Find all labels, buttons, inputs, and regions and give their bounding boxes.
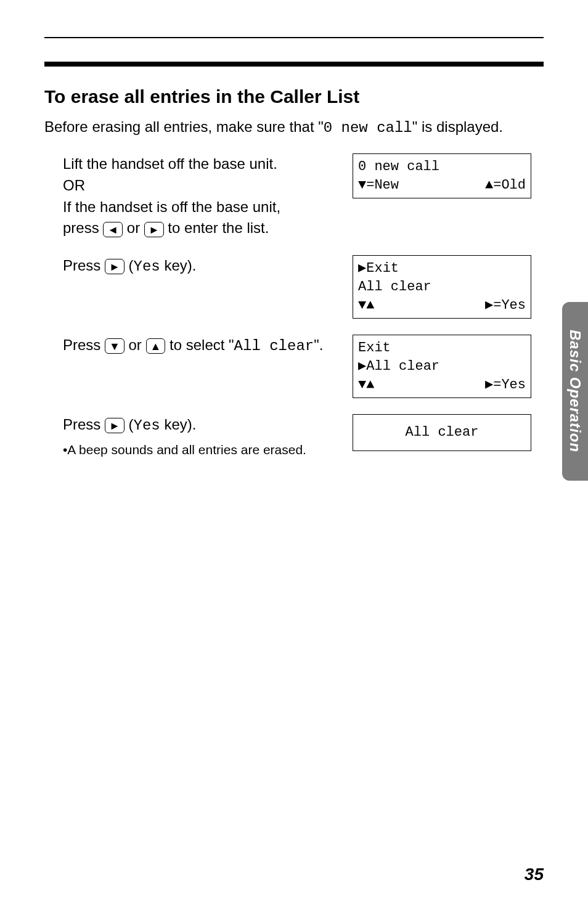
step-1-line4b: or [123, 219, 144, 236]
step-2: Press ► (Yes key). ▶Exit All clear ▼▲ ▶=… [44, 255, 544, 319]
step-3a: Press [63, 336, 105, 353]
lcd-3-wrapper: Exit ▶All clear ▼▲ ▶=Yes [353, 335, 531, 398]
lcd3-line2: ▶All clear [358, 357, 526, 376]
lcd1-left: ▼=New [358, 176, 399, 195]
step-1-line4: press ◄ or ► to enter the list. [63, 218, 340, 239]
lcd-display-3: Exit ▶All clear ▼▲ ▶=Yes [353, 335, 531, 398]
step-3-text: Press ▼ or ▲ to select "All clear". [44, 335, 340, 357]
step-4b: ( [125, 416, 134, 433]
lcd-1-wrapper: 0 new call ▼=New ▲=Old [353, 153, 531, 198]
lcd3-line1: Exit [358, 339, 526, 357]
step-1-line2: OR [63, 175, 340, 197]
lcd3-right: ▶=Yes [485, 376, 526, 394]
right-key-icon-2: ► [105, 259, 125, 274]
intro-suffix: " is displayed. [412, 118, 503, 135]
step-1: Lift the handset off the base unit. OR I… [44, 153, 544, 239]
lcd3-row3: ▼▲ ▶=Yes [358, 376, 526, 394]
lcd-2-wrapper: ▶Exit All clear ▼▲ ▶=Yes [353, 255, 531, 319]
down-key-icon: ▼ [105, 338, 125, 354]
step-1-line4a: press [63, 219, 103, 236]
left-key-icon: ◄ [103, 222, 123, 237]
step-2a: Press [63, 257, 105, 274]
right-key-icon: ► [144, 222, 164, 237]
content-area: To erase all entries in the Caller List … [44, 86, 544, 476]
step-3c: to select " [165, 336, 234, 353]
step-2-code: Yes [134, 258, 160, 275]
step-2c: key). [160, 257, 197, 274]
lcd2-left: ▼▲ [358, 296, 374, 315]
lcd1-line1: 0 new call [358, 158, 526, 176]
lcd2-right: ▶=Yes [485, 296, 526, 315]
right-key-icon-3: ► [105, 418, 125, 433]
lcd-display-4: All clear [353, 414, 531, 451]
intro-code: 0 new call [324, 120, 412, 136]
rule-thin [44, 37, 544, 38]
step-4c: key). [160, 416, 197, 433]
step-1-line1: Lift the handset off the base unit. [63, 153, 340, 175]
rule-thick [44, 62, 544, 67]
step-1-line4c: to enter the list. [164, 219, 269, 236]
step-3-code: All clear [234, 338, 314, 354]
section-heading: To erase all entries in the Caller List [44, 86, 544, 107]
step-4-text: Press ► (Yes key). •A beep sounds and al… [44, 414, 340, 459]
step-3b: or [125, 336, 146, 353]
step-3d: ". [314, 336, 323, 353]
lcd1-row2: ▼=New ▲=Old [358, 176, 526, 195]
page-number: 35 [525, 865, 544, 884]
side-tab-label: Basic Operation [566, 330, 584, 452]
step-3: Press ▼ or ▲ to select "All clear". Exit… [44, 335, 544, 398]
step-1-text: Lift the handset off the base unit. OR I… [44, 153, 340, 239]
intro-prefix: Before erasing all entries, make sure th… [44, 118, 324, 135]
lcd4-line1: All clear [358, 423, 526, 442]
lcd-display-2: ▶Exit All clear ▼▲ ▶=Yes [353, 255, 531, 319]
step-4-code: Yes [134, 417, 160, 434]
step-4-main: Press ► (Yes key). [63, 414, 340, 437]
step-2b: ( [125, 257, 134, 274]
step-4: Press ► (Yes key). •A beep sounds and al… [44, 414, 544, 459]
step-2-text: Press ► (Yes key). [44, 255, 340, 278]
lcd-4-wrapper: All clear [353, 414, 531, 451]
lcd2-row3: ▼▲ ▶=Yes [358, 296, 526, 315]
lcd2-line2: All clear [358, 278, 526, 296]
intro-paragraph: Before erasing all entries, make sure th… [44, 118, 544, 136]
lcd3-left: ▼▲ [358, 376, 374, 394]
up-key-icon: ▲ [146, 338, 166, 354]
step-4-bullet: •A beep sounds and all entries are erase… [63, 441, 340, 459]
lcd1-right: ▲=Old [485, 176, 526, 195]
lcd-display-1: 0 new call ▼=New ▲=Old [353, 153, 531, 198]
step-1-line3: If the handset is off the base unit, [63, 197, 340, 218]
side-tab: Basic Operation [562, 302, 588, 481]
lcd2-line1: ▶Exit [358, 259, 526, 278]
step-4a: Press [63, 416, 105, 433]
